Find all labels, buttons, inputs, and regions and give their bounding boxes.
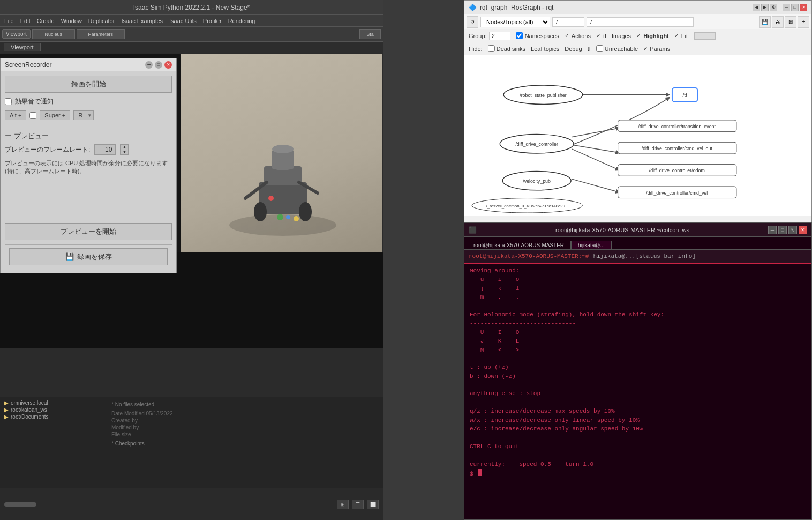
menu-profiler[interactable]: Profiler — [203, 18, 222, 24]
file-item-omniverse[interactable]: ▶ omniverse.local — [2, 399, 104, 406]
terminal-body[interactable]: Moving around: u i o j k l m , . For Hol… — [464, 264, 811, 519]
term-minimize[interactable]: ─ — [768, 226, 777, 234]
file-item-documents[interactable]: ▶ root/Documents — [2, 413, 104, 420]
file-item-label: omniverse.local — [11, 400, 48, 406]
term-expand[interactable]: ⤡ — [788, 226, 797, 234]
sta-btn[interactable]: Sta — [366, 32, 374, 37]
svg-text:/diff_drive_controller/cmd_vel: /diff_drive_controller/cmd_vel_out — [642, 146, 713, 151]
menu-window[interactable]: Window — [61, 18, 82, 24]
namespaces-label: Namespaces — [525, 33, 559, 39]
term-zoom[interactable]: □ — [778, 226, 787, 234]
minimize-btn[interactable]: ─ — [145, 61, 153, 69]
isaac-menubar[interactable]: File Edit Create Window Replicator Isaac… — [0, 15, 383, 27]
unreachable-checkbox[interactable] — [596, 45, 603, 52]
view-list-btn[interactable]: ☰ — [352, 500, 364, 509]
term-line-b: b : down (-z) — [470, 373, 806, 381]
menu-isaac-utils[interactable]: Isaac Utils — [169, 18, 197, 24]
menu-replicator[interactable]: Replicator — [88, 18, 115, 24]
rqt-graph-window: 🔷 rqt_graph_RosGraph - rqt ◀ ▶ ⚙ ─ □ ✕ ↺… — [464, 0, 812, 222]
params-item: ✓ Params — [643, 45, 670, 52]
list-icon: ☰ — [356, 502, 360, 507]
term-line-uio: u i o — [470, 276, 806, 284]
dead-sinks-checkbox[interactable] — [488, 45, 495, 52]
filter-input-2[interactable] — [587, 17, 694, 27]
term-tab-1[interactable]: root@hijikata-X570-AORUS-MASTER — [467, 241, 571, 249]
sr-bottom: 💾 録画を保存 — [5, 244, 172, 269]
rqt-minimize[interactable]: ─ — [783, 4, 790, 11]
nodes-topics-select[interactable]: Nodes/Topics (all) — [480, 17, 550, 27]
group-input[interactable] — [489, 32, 510, 40]
rqt-graph-area[interactable]: /robot_state_publisher /tf /diff_drive_c… — [464, 55, 811, 216]
start-recording-btn[interactable]: 録画を開始 — [5, 76, 172, 93]
save-label: 録画を保存 — [77, 252, 112, 262]
view-thumb-btn[interactable]: ⬜ — [367, 500, 379, 509]
sound-notify-checkbox[interactable] — [5, 98, 12, 105]
params-label: Params — [650, 46, 670, 52]
menu-rendering[interactable]: Rendering — [228, 18, 255, 24]
rqt-toolbar-right: 💾 🖨 ⊞ + — [759, 16, 809, 28]
svg-point-10 — [268, 196, 274, 201]
no-files-label: * No files selected — [111, 402, 379, 407]
term-line-blank1 — [470, 302, 806, 310]
svg-line-15 — [572, 128, 620, 137]
svg-point-23 — [500, 135, 574, 153]
rqt-close[interactable]: ✕ — [800, 4, 807, 11]
folder-icon-documents: ▶ — [4, 414, 9, 420]
check-mark-highlight: ✓ — [636, 32, 641, 39]
maximize-btn[interactable]: □ — [155, 61, 162, 69]
view-grid-btn[interactable]: ⊞ — [337, 500, 349, 509]
framerate-note: プレビューの表示には CPU 処理時間が余分に必要になります (特に、高フレーム… — [5, 159, 172, 176]
framerate-spinner[interactable]: ▲ ▼ — [120, 144, 129, 155]
scroll-slider[interactable] — [4, 502, 36, 507]
term-line-UIO: U I O — [470, 329, 806, 337]
file-item-katoan[interactable]: ▶ root/katoan_ws — [2, 406, 104, 413]
rqt-print-icon[interactable]: 🖨 — [772, 16, 784, 28]
svg-rect-27 — [618, 142, 736, 154]
rqt-icon3[interactable]: ⚙ — [770, 4, 777, 11]
close-btn[interactable]: ✕ — [164, 61, 172, 69]
menu-edit[interactable]: Edit — [20, 18, 31, 24]
term-icon: ⬛ — [469, 226, 477, 234]
unreachable-label: Unreachable — [605, 46, 638, 52]
rqt-icon1[interactable]: ◀ — [753, 4, 760, 11]
preview-btn[interactable]: プレビューを開始 — [5, 223, 172, 240]
rqt-maximize[interactable]: □ — [791, 4, 799, 11]
checkpoints-label: * Checkpoints — [111, 441, 379, 447]
term-line-ctrlc: CTRL-C to quit — [470, 443, 806, 451]
rqt-options-bar: Group: Namespaces ✓ Actions ✓ tf Images … — [464, 29, 811, 42]
menu-create[interactable]: Create — [37, 18, 55, 24]
menu-isaac-examples[interactable]: Isaac Examples — [121, 18, 163, 24]
sr-title: ScreenRecorder — [5, 61, 51, 69]
svg-point-13 — [294, 216, 299, 221]
svg-rect-33 — [618, 187, 736, 198]
framerate-row: プレビューのフレームレート: 10 ▲ ▼ — [5, 144, 172, 155]
namespaces-checkbox[interactable] — [516, 32, 523, 39]
term-input-bar: root@hijikata-X570-AORUS-MASTER:~# hijik… — [464, 250, 811, 264]
rqt-save-icon[interactable]: 💾 — [759, 16, 771, 28]
3d-viewport[interactable] — [181, 54, 382, 252]
rqt-zoom-in-icon[interactable]: + — [798, 16, 809, 28]
rqt-fit-icon[interactable]: ⊞ — [785, 16, 796, 28]
alt-key: Alt + — [5, 110, 26, 120]
term-line-JKL: J K L — [470, 337, 806, 345]
viewport-tab-btn[interactable]: Viewport — [2, 29, 31, 39]
actions-label: Actions — [572, 33, 591, 39]
menu-file[interactable]: File — [4, 18, 14, 24]
save-recording-btn[interactable]: 💾 録画を保存 — [9, 248, 168, 265]
nucleus-btn[interactable]: Nucleus — [44, 32, 62, 37]
parameters-btn[interactable]: Parameters — [88, 32, 113, 37]
floppy-icon: 💾 — [65, 252, 74, 261]
term-close[interactable]: ✕ — [799, 226, 807, 234]
check-mark-params: ✓ — [643, 45, 648, 52]
term-tab-2[interactable]: hijikata@... — [571, 241, 612, 249]
rqt-icon2[interactable]: ▶ — [761, 4, 769, 11]
highlight-option: ✓ Highlight — [636, 32, 669, 39]
shortcut-row: Alt + Super + R ▼ — [5, 110, 172, 120]
super-checkbox[interactable] — [29, 112, 36, 119]
fit-indicator — [694, 32, 716, 40]
rqt-refresh-icon[interactable]: ↺ — [467, 16, 478, 28]
file-browser-area: ▶ omniverse.local ▶ root/katoan_ws ▶ roo… — [0, 397, 383, 488]
filter-input-1[interactable] — [552, 17, 584, 27]
term-line-moving: Moving around: — [470, 267, 806, 275]
super-key: Super + — [40, 110, 70, 120]
